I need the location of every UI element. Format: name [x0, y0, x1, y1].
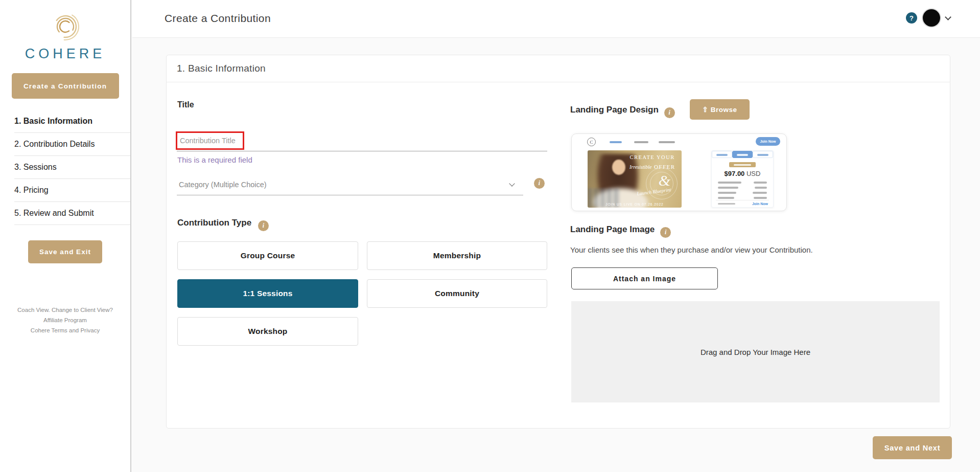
title-label: Title [177, 100, 194, 109]
preview-hero-ampersand: & [659, 172, 670, 189]
preview-pricing-panel: $97.00 USD Join Now [711, 150, 774, 208]
preview-join-now-button: Join Now [756, 137, 780, 146]
section-title: 1. Basic Information [167, 55, 950, 82]
avatar[interactable] [923, 9, 940, 27]
chevron-down-icon [509, 181, 515, 186]
sidebar-item-review-and-submit[interactable]: 5. Review and Submit [0, 202, 130, 224]
sidebar-nav: 1. Basic Information 2. Contribution Det… [0, 110, 130, 225]
preview-nav-item [610, 141, 622, 143]
category-info-icon[interactable]: i [534, 178, 545, 189]
type-one-on-one-sessions-button[interactable]: 1:1 Sessions [177, 279, 358, 308]
divider [14, 224, 130, 225]
sidebar: COHERE Create a Contribution 1. Basic In… [0, 0, 131, 472]
browse-button[interactable]: ⇧ Browse [690, 99, 750, 120]
create-contribution-button[interactable]: Create a Contribution [12, 73, 119, 99]
image-dropzone[interactable]: Drag and Drop Your Image Here [571, 301, 940, 402]
type-group-course-button[interactable]: Group Course [177, 241, 358, 270]
preview-hero-footer: JOIN US LIVE ON 07.26.2022 [588, 203, 682, 206]
preview-tab-active [732, 151, 753, 158]
landing-page-design-info-icon[interactable]: i [664, 107, 675, 118]
preview-nav-item [659, 141, 675, 143]
save-and-next-button[interactable]: Save and Next [873, 436, 952, 459]
preview-price-currency: USD [744, 170, 760, 177]
landing-page-design-label: Landing Page Design [570, 105, 659, 115]
brand-wordmark: COHERE [0, 46, 130, 62]
type-workshop-button[interactable]: Workshop [177, 317, 358, 346]
sidebar-item-sessions[interactable]: 3. Sessions [0, 156, 130, 178]
type-membership-button[interactable]: Membership [367, 241, 547, 270]
category-select[interactable]: Category (Multiple Choice) [177, 173, 523, 195]
landing-page-image-label: Landing Page Image [570, 224, 655, 234]
preview-hero-script-word: Irresistible [629, 164, 652, 170]
landing-image-description: Your clients see this when they purchase… [570, 245, 813, 254]
top-bar: Create a Contribution ? [132, 0, 980, 38]
preview-gold-badge [729, 162, 756, 167]
help-icon[interactable]: ? [906, 12, 917, 24]
contribution-type-label: Contribution Type [177, 218, 251, 228]
affiliate-program-link[interactable]: Affiliate Program [0, 315, 130, 325]
sidebar-item-pricing[interactable]: 4. Pricing [0, 179, 130, 201]
preview-tab [712, 151, 732, 158]
contribution-type-info-icon[interactable]: i [258, 220, 269, 231]
preview-navbar: C Join Now [572, 134, 786, 148]
preview-logo-icon: C [587, 138, 596, 146]
dropzone-text: Drag and Drop Your Image Here [701, 348, 810, 356]
sidebar-item-contribution-details[interactable]: 2. Contribution Details [0, 133, 130, 155]
preview-nav-item [634, 141, 648, 143]
preview-cta-link: Join Now [752, 202, 768, 206]
page-title: Create a Contribution [165, 12, 271, 25]
terms-privacy-link[interactable]: Cohere Terms and Privacy [0, 325, 130, 335]
sidebar-item-basic-information[interactable]: 1. Basic Information [0, 110, 130, 132]
coach-view-link[interactable]: Coach View. Change to Client View? [0, 305, 130, 315]
sidebar-footer: Coach View. Change to Client View? Affil… [0, 305, 130, 335]
type-community-button[interactable]: Community [367, 279, 547, 308]
preview-hero-title: CREATE YOUR [625, 154, 680, 160]
landing-page-design-preview[interactable]: C Join Now CREATE YOUR Irresistible OFFE… [571, 133, 787, 211]
landing-page-image-info-icon[interactable]: i [660, 227, 671, 238]
attach-image-button[interactable]: Attach an Image [571, 267, 718, 289]
required-field-error: This is a required field [177, 155, 252, 164]
preview-price: $97.00 USD [712, 170, 773, 177]
cohere-swirl-icon [47, 11, 84, 43]
preview-tab [753, 151, 773, 158]
contribution-title-input[interactable] [177, 129, 547, 151]
chevron-down-icon[interactable] [945, 14, 951, 20]
preview-hero-image: CREATE YOUR Irresistible OFFER & Launch … [588, 150, 682, 208]
category-select-label: Category (Multiple Choice) [179, 181, 267, 189]
contribution-type-options: Group Course Membership 1:1 Sessions Com… [177, 241, 547, 346]
preview-price-value: $97.00 [725, 170, 745, 177]
save-and-exit-button[interactable]: Save and Exit [28, 240, 102, 263]
preview-hero-caps-word: OFFER [654, 164, 675, 170]
cohere-logo: COHERE [0, 0, 130, 62]
basic-information-card: 1. Basic Information Title This is a req… [166, 55, 950, 429]
